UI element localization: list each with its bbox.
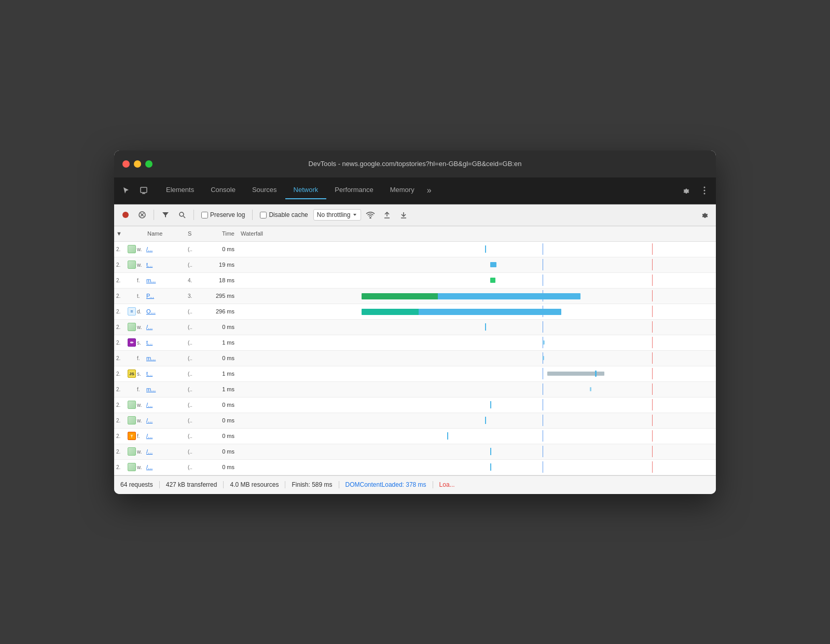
- svg-point-12: [370, 217, 371, 218]
- row-filter: 2.: [116, 309, 128, 314]
- row-time: 1 ms: [202, 371, 238, 377]
- search-icon[interactable]: [175, 208, 189, 222]
- separator-3: [252, 210, 253, 220]
- table-row[interactable]: 2. w. /... (.. 0 ms: [114, 320, 716, 335]
- tab-console[interactable]: Console: [202, 182, 244, 199]
- svg-point-10: [179, 212, 184, 216]
- download-icon[interactable]: [396, 208, 411, 222]
- row-type: s.: [137, 371, 146, 377]
- row-waterfall: [238, 399, 714, 410]
- row-icon-cell: ✏: [128, 338, 137, 347]
- row-type: w.: [137, 402, 146, 408]
- throttle-dropdown[interactable]: No throttling: [313, 209, 362, 221]
- col-header-name[interactable]: Name: [146, 230, 188, 237]
- row-status: (..: [188, 324, 202, 330]
- disable-cache-input[interactable]: [260, 212, 267, 218]
- col-header-time[interactable]: Time: [202, 230, 238, 237]
- table-row[interactable]: 2. t. P... 3. 295 ms: [114, 289, 716, 304]
- disable-cache-checkbox[interactable]: Disable cache: [257, 211, 311, 218]
- table-row[interactable]: 2. T f. /... (.. 0 ms: [114, 429, 716, 444]
- tab-elements[interactable]: Elements: [158, 182, 202, 199]
- row-icon-cell: [128, 385, 137, 393]
- row-time: 0 ms: [202, 464, 238, 470]
- tab-memory[interactable]: Memory: [382, 182, 423, 199]
- row-icon-cell: [128, 245, 137, 253]
- row-icon-cell: [128, 276, 137, 284]
- row-time: 1 ms: [202, 386, 238, 392]
- tab-network[interactable]: Network: [285, 182, 327, 199]
- col-header-waterfall[interactable]: Waterfall: [238, 230, 714, 237]
- row-waterfall: [238, 243, 714, 255]
- row-icon-cell: [128, 463, 137, 471]
- table-row[interactable]: 2. w. t... (.. 19 ms: [114, 257, 716, 273]
- table-row[interactable]: 2. JS s. t... (.. 1 ms: [114, 366, 716, 382]
- upload-icon[interactable]: [380, 208, 394, 222]
- row-filter: 2.: [116, 433, 128, 439]
- table-row[interactable]: 2. ✏ s. t... (.. 1 ms: [114, 335, 716, 351]
- table-row[interactable]: 2. f. m... 4. 18 ms: [114, 273, 716, 289]
- more-options-icon[interactable]: [697, 183, 712, 198]
- row-waterfall: [238, 368, 714, 379]
- toolbar-right: [697, 208, 712, 222]
- row-filter: 2.: [116, 449, 128, 455]
- finish-time: Finish: 589 ms: [285, 481, 339, 488]
- row-type: f.: [137, 278, 146, 283]
- row-type: f.: [137, 355, 146, 361]
- row-waterfall: [238, 306, 714, 317]
- row-waterfall: [238, 446, 714, 457]
- inspect-icon[interactable]: [136, 183, 151, 198]
- row-time: 19 ms: [202, 262, 238, 268]
- preserve-log-input[interactable]: [201, 212, 208, 218]
- row-status: 3.: [188, 293, 202, 299]
- row-filter: 2.: [116, 418, 128, 423]
- row-status: (..: [188, 246, 202, 252]
- row-icon-cell: [128, 261, 137, 269]
- tab-performance[interactable]: Performance: [326, 182, 381, 199]
- row-status: (..: [188, 262, 202, 268]
- close-button[interactable]: [122, 160, 130, 168]
- row-type: w.: [137, 246, 146, 252]
- table-row[interactable]: 2. ≡ d. O... (.. 296 ms: [114, 304, 716, 320]
- settings-gear-icon[interactable]: [697, 208, 712, 222]
- table-row[interactable]: 2. f. m... (.. 1 ms: [114, 382, 716, 398]
- more-tabs-button[interactable]: »: [423, 182, 436, 199]
- table-header: ▼ Name S Time Waterfall: [114, 226, 716, 242]
- table-row[interactable]: 2. w. /... (.. 0 ms: [114, 242, 716, 257]
- row-filter: 2.: [116, 355, 128, 361]
- row-name: /...: [146, 464, 188, 470]
- row-waterfall: [238, 275, 714, 286]
- table-row[interactable]: 2. w. /... (.. 0 ms: [114, 413, 716, 429]
- load-time: Loa...: [433, 481, 461, 488]
- row-type: d.: [137, 309, 146, 314]
- separator-1: [154, 210, 154, 220]
- row-name: t...: [146, 262, 188, 268]
- row-name: /...: [146, 246, 188, 252]
- row-waterfall: [238, 290, 714, 302]
- row-name: O...: [146, 308, 188, 314]
- minimize-button[interactable]: [134, 160, 141, 168]
- row-type: t.: [137, 293, 146, 299]
- col-header-filter[interactable]: ▼: [116, 230, 128, 237]
- row-icon-cell: [128, 401, 137, 409]
- record-button[interactable]: [118, 208, 133, 222]
- tab-bar: Elements Console Sources Network Perform…: [114, 177, 716, 204]
- preserve-log-checkbox[interactable]: Preserve log: [198, 211, 248, 218]
- wifi-icon[interactable]: [363, 208, 378, 222]
- table-row[interactable]: 2. w. /... (.. 0 ms: [114, 398, 716, 413]
- tab-sources[interactable]: Sources: [244, 182, 285, 199]
- row-name: m...: [146, 277, 188, 283]
- row-type: w.: [137, 418, 146, 423]
- window-title: DevTools - news.google.com/topstories?hl…: [309, 160, 522, 168]
- settings-icon[interactable]: [679, 183, 693, 198]
- table-row[interactable]: 2. f. m... (.. 0 ms: [114, 351, 716, 366]
- col-header-status[interactable]: S: [188, 230, 202, 237]
- table-row[interactable]: 2. w. /... (.. 0 ms: [114, 444, 716, 460]
- row-filter: 2.: [116, 402, 128, 408]
- cursor-icon[interactable]: [118, 183, 134, 198]
- table-row[interactable]: 2. w. /... (.. 0 ms: [114, 460, 716, 475]
- row-name: /...: [146, 417, 188, 423]
- row-type: f.: [137, 433, 146, 439]
- filter-icon[interactable]: [158, 208, 173, 222]
- clear-button[interactable]: [135, 208, 149, 222]
- fullscreen-button[interactable]: [145, 160, 153, 168]
